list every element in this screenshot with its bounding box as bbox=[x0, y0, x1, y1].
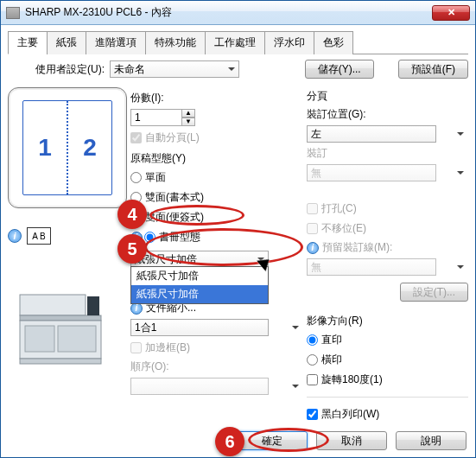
titlebar: SHARP MX-2310U PCL6 - 內容 ✕ bbox=[1, 1, 475, 25]
section-paging-label: 分頁 bbox=[307, 89, 468, 104]
copies-up[interactable]: ▲ bbox=[181, 109, 195, 118]
copies-input[interactable] bbox=[130, 109, 182, 126]
tab-paper[interactable]: 紙張 bbox=[47, 31, 86, 54]
booklet-paper-select[interactable]: 紙張尺寸加倍 bbox=[130, 251, 269, 268]
tabstrip: 主要 紙張 進階選項 特殊功能 工作處理 浮水印 色彩 bbox=[8, 30, 468, 54]
callout-badge-6: 6 bbox=[215, 427, 244, 456]
paper-ab-icon: A B bbox=[27, 227, 51, 245]
order-label: 順序(O): bbox=[130, 359, 303, 374]
tab-color[interactable]: 色彩 bbox=[314, 31, 353, 54]
radio-simplex-label: 單面 bbox=[145, 170, 166, 185]
callout-badge-5: 5 bbox=[117, 234, 147, 264]
radio-simplex[interactable] bbox=[130, 172, 142, 183]
svg-rect-1 bbox=[20, 315, 101, 321]
radio-booklet-label: 書冊型態 bbox=[159, 230, 200, 245]
tab-watermark[interactable]: 浮水印 bbox=[264, 31, 314, 54]
save-button[interactable]: 儲存(Y)... bbox=[305, 60, 374, 79]
mouse-cursor-icon bbox=[260, 256, 272, 273]
svg-rect-4 bbox=[58, 326, 96, 352]
bind-pos-label: 裝訂位置(G): bbox=[307, 107, 468, 122]
rotate180-label: 旋轉180度(1) bbox=[321, 372, 383, 387]
original-type-label: 原稿型態(Y) bbox=[130, 151, 303, 166]
window-title: SHARP MX-2310U PCL6 - 內容 bbox=[25, 5, 432, 20]
punch-label: 打孔(C) bbox=[321, 201, 357, 216]
collate-label: 自動分頁(L) bbox=[145, 130, 200, 145]
noshift-label: 不移位(E) bbox=[321, 221, 366, 236]
landscape-label: 橫印 bbox=[321, 353, 342, 367]
dropdown-item-selected[interactable]: 紙張尺寸加倍 bbox=[131, 285, 268, 303]
svg-rect-0 bbox=[20, 295, 86, 315]
radio-duplex-book-label: 雙面(書本式) bbox=[145, 190, 204, 205]
defaults-button[interactable]: 預設值(F) bbox=[398, 60, 468, 79]
bw-print-label: 黑白列印(W) bbox=[321, 407, 379, 422]
dropdown-item[interactable]: 紙張尺寸加倍 bbox=[131, 267, 268, 285]
bw-print-checkbox[interactable] bbox=[307, 409, 318, 420]
cancel-button[interactable]: 取消 bbox=[316, 431, 387, 450]
printer-image bbox=[8, 288, 111, 374]
collate-checkbox bbox=[130, 132, 142, 143]
reserve-bind-label: 預留裝訂線(M): bbox=[322, 240, 392, 255]
order-select bbox=[130, 378, 269, 395]
svg-rect-5 bbox=[87, 296, 99, 315]
radio-landscape[interactable] bbox=[307, 354, 318, 366]
ok-button[interactable]: 確定 bbox=[237, 431, 308, 450]
copies-down[interactable]: ▼ bbox=[181, 118, 195, 126]
nup-select[interactable]: 1合1 bbox=[130, 319, 269, 336]
preview-page-2: 2 bbox=[68, 101, 111, 194]
user-setting-label: 使用者設定(U): bbox=[35, 62, 105, 77]
tab-special[interactable]: 特殊功能 bbox=[145, 31, 206, 54]
layout-preview: 1 2 bbox=[8, 87, 127, 208]
callout-badge-4: 4 bbox=[117, 200, 147, 229]
close-button[interactable]: ✕ bbox=[432, 5, 470, 21]
settings-button: 設定(T)... bbox=[400, 283, 468, 302]
border-label: 加邊框(B) bbox=[145, 340, 190, 355]
portrait-label: 直印 bbox=[321, 333, 342, 347]
noshift-checkbox bbox=[307, 223, 318, 234]
tab-main[interactable]: 主要 bbox=[8, 31, 48, 54]
booklet-paper-dropdown-list[interactable]: 紙張尺寸加倍 紙張尺寸加倍 bbox=[130, 266, 269, 304]
info-icon[interactable]: i bbox=[307, 242, 319, 254]
printer-icon bbox=[6, 7, 20, 19]
user-setting-select[interactable]: 未命名 bbox=[110, 60, 239, 78]
punch-checkbox bbox=[307, 203, 318, 214]
preview-page-1: 1 bbox=[23, 101, 68, 194]
bind-pos-select[interactable]: 左 bbox=[307, 125, 436, 143]
svg-rect-3 bbox=[25, 326, 54, 352]
tab-advanced[interactable]: 進階選項 bbox=[86, 31, 146, 54]
reserve-bind-select: 無 bbox=[307, 258, 436, 276]
radio-booklet[interactable] bbox=[144, 232, 155, 243]
rotate180-checkbox[interactable] bbox=[307, 374, 318, 385]
info-icon[interactable]: i bbox=[8, 229, 22, 243]
staple-select: 無 bbox=[307, 164, 436, 181]
help-button[interactable]: 說明 bbox=[396, 431, 466, 450]
radio-duplex-tablet-label: 雙面(便簽式) bbox=[145, 210, 204, 225]
tab-job[interactable]: 工作處理 bbox=[205, 31, 265, 54]
border-checkbox bbox=[130, 342, 142, 353]
radio-portrait[interactable] bbox=[307, 334, 318, 346]
image-direction-label: 影像方向(R) bbox=[307, 314, 468, 328]
copies-label: 份數(I): bbox=[130, 91, 303, 105]
svg-rect-6 bbox=[20, 359, 101, 364]
staple-label: 裝訂 bbox=[307, 146, 468, 161]
